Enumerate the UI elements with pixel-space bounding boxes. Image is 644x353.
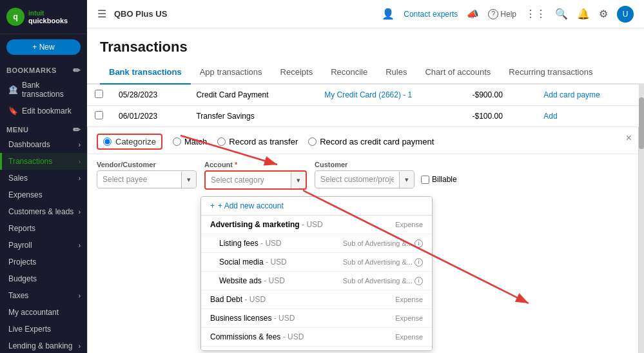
dropdown-item[interactable]: Social media - USD Sub of Advertising &.… <box>201 253 432 272</box>
vendor-dropdown-arrow-icon[interactable]: ▾ <box>181 172 196 188</box>
transaction-amount: -$100.00 <box>464 106 536 127</box>
transaction-account[interactable]: My Credit Card (2662) - 1 <box>317 85 464 106</box>
account-name: Listing fees - USD <box>219 239 282 248</box>
table-container: 05/28/2023 Credit Card Payment My Credit… <box>87 85 639 353</box>
info-icon[interactable]: i <box>415 277 423 285</box>
new-button[interactable]: + New <box>6 39 81 55</box>
vendor-customer-select[interactable]: Select payee <box>97 171 181 188</box>
tab-bank-transactions[interactable]: Bank transactions <box>100 61 191 85</box>
chevron-right-icon: › <box>79 141 81 148</box>
dropdown-item[interactable]: Bad Debt - USD Expense <box>201 290 432 309</box>
dropdown-item[interactable]: Advertising & marketing - USD Expense <box>201 216 432 234</box>
sidebar-item-my-accountant[interactable]: My accountant <box>0 304 87 321</box>
sidebar-item-dashboards[interactable]: Dashboards › <box>0 136 87 153</box>
account-select[interactable]: Select category <box>206 172 291 188</box>
close-panel-button[interactable]: × <box>626 132 632 144</box>
tab-chart-of-accounts[interactable]: Chart of accounts <box>416 61 500 85</box>
vendor-customer-field-group: Vendor/Customer Select payee ▾ <box>97 161 197 188</box>
sidebar-item-projects[interactable]: Projects <box>0 254 87 270</box>
scrollbar-thumb[interactable] <box>639 97 644 149</box>
edit-bookmarks-icon[interactable]: ✏ <box>73 65 81 76</box>
info-icon[interactable]: i <box>415 258 423 267</box>
chevron-right-icon: › <box>79 292 81 299</box>
categorize-option-highlighted: Categorize <box>97 134 162 150</box>
account-select-wrapper: Select category ▾ <box>206 172 306 188</box>
dropdown-item[interactable]: Listing fees - USD Sub of Advertising &.… <box>201 234 432 253</box>
sidebar-item-edit-bookmark[interactable]: 🔖 Edit bookmark <box>0 103 87 119</box>
dropdown-item[interactable]: Contract labor - USD Expense <box>201 347 432 351</box>
settings-gear-icon[interactable]: ⚙ <box>599 8 608 20</box>
categorize-label[interactable]: Categorize <box>115 137 156 146</box>
sidebar-item-reports[interactable]: Reports <box>0 220 87 237</box>
tab-reconcile[interactable]: Reconcile <box>322 61 376 85</box>
contact-experts-link[interactable]: Contact experts <box>404 10 458 19</box>
chevron-right-icon: › <box>79 242 81 249</box>
info-icon[interactable]: i <box>415 239 423 248</box>
account-label: Account * <box>204 161 307 168</box>
account-dropdown-arrow-icon[interactable]: ▾ <box>291 172 306 188</box>
billable-checkbox-group[interactable]: Billable <box>421 175 457 184</box>
transaction-account <box>317 106 464 127</box>
sidebar-item-taxes[interactable]: Taxes › <box>0 287 87 304</box>
apps-grid-icon[interactable]: ⋮⋮ <box>525 8 546 20</box>
edit-menu-icon[interactable]: ✏ <box>73 125 81 135</box>
sidebar-item-payroll[interactable]: Payroll › <box>0 237 87 254</box>
notification-bell-icon[interactable]: 🔔 <box>577 8 590 20</box>
customer-select-wrapper: Select customer/project ▾ Billable <box>315 170 457 188</box>
scrollbar[interactable] <box>639 85 644 353</box>
account-name: Commissions & fees - USD <box>210 332 304 341</box>
match-radio[interactable] <box>173 137 181 146</box>
record-credit-radio[interactable] <box>308 137 317 146</box>
transaction-amount: -$900.00 <box>464 85 536 106</box>
dropdown-item[interactable]: Website ads - USD Sub of Advertising &..… <box>201 272 432 290</box>
sidebar-item-sales[interactable]: Sales › <box>0 170 87 187</box>
sidebar-logo: q intuit quickbooks <box>0 0 87 34</box>
sidebar-item-live-experts[interactable]: Live Experts <box>0 321 87 338</box>
transaction-table: 05/28/2023 Credit Card Payment My Credit… <box>87 85 639 353</box>
match-option[interactable]: Match <box>173 137 207 146</box>
user-profile-icon[interactable]: U <box>617 6 634 23</box>
dropdown-item[interactable]: Business licenses - USD Expense <box>201 309 432 328</box>
transaction-action[interactable]: Add <box>536 106 639 127</box>
categorize-header: Categorize Match Record as <box>88 127 638 154</box>
tab-receipts[interactable]: Receipts <box>271 61 322 85</box>
tab-recurring-transactions[interactable]: Recurring transactions <box>500 61 601 85</box>
record-as-transfer-option[interactable]: Record as transfer <box>217 137 298 146</box>
transaction-action[interactable]: Add card payme <box>536 85 639 106</box>
dropdown-item[interactable]: Commissions & fees - USD Expense <box>201 328 432 347</box>
hamburger-icon[interactable]: ☰ <box>97 8 106 20</box>
sidebar-item-expenses[interactable]: Expenses <box>0 187 87 203</box>
bookmarks-section-header: BOOKMARKS ✏ <box>0 60 87 77</box>
main-content: ☰ QBO Plus US 👤 Contact experts 📣 ? Help… <box>87 0 644 353</box>
tab-app-transactions[interactable]: App transactions <box>191 61 271 85</box>
account-field-group: Account * Select category <box>204 161 307 190</box>
sidebar-item-bank-transactions[interactable]: 🏦 Bank transactions <box>0 77 87 103</box>
page-title: Transactions <box>87 28 644 61</box>
menu-section-header: MENU ✏ <box>0 119 87 136</box>
help-icon[interactable]: ? Help <box>488 9 516 19</box>
sidebar: q intuit quickbooks + New BOOKMARKS ✏ 🏦 … <box>0 0 87 353</box>
account-dropdown[interactable]: + + Add new account Advertising & market… <box>200 196 433 351</box>
row-checkbox[interactable] <box>95 111 103 119</box>
sidebar-item-customers-leads[interactable]: Customers & leads › <box>0 203 87 220</box>
record-transfer-radio[interactable] <box>217 137 226 146</box>
sidebar-item-lending-banking[interactable]: Lending & banking › <box>0 338 87 353</box>
billable-checkbox[interactable] <box>421 176 429 184</box>
chevron-right-icon: › <box>79 158 81 165</box>
header-left: ☰ QBO Plus US <box>97 8 167 20</box>
categorize-radio[interactable] <box>103 137 112 146</box>
record-as-credit-card-option[interactable]: Record as credit card payment <box>308 137 434 146</box>
row-checkbox[interactable] <box>95 90 103 98</box>
brand-name: intuit <box>28 10 68 17</box>
sidebar-item-budgets[interactable]: Budgets <box>0 270 87 287</box>
account-name: Social media - USD <box>219 257 287 267</box>
tab-rules[interactable]: Rules <box>376 61 416 85</box>
chevron-right-icon: › <box>79 175 81 182</box>
search-icon[interactable]: 🔍 <box>555 8 568 20</box>
add-new-account-option[interactable]: + + Add new account <box>201 197 432 216</box>
categorize-panel: Categorize Match Record as <box>87 127 639 353</box>
sidebar-item-transactions[interactable]: Transactions › <box>0 153 87 170</box>
megaphone-icon[interactable]: 📣 <box>467 8 479 20</box>
customer-select[interactable]: Select customer/project <box>315 171 399 188</box>
customer-dropdown-arrow-icon[interactable]: ▾ <box>399 172 414 188</box>
